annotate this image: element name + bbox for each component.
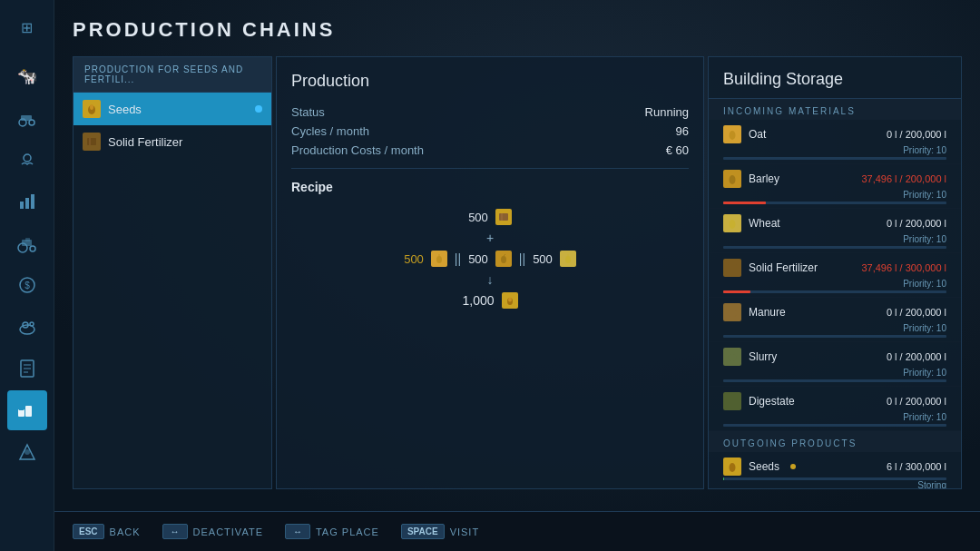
manure-icon (723, 303, 741, 321)
wheat-icon (723, 214, 741, 232)
slurry-progress (723, 379, 946, 382)
digestate-priority: Priority: 10 (723, 412, 946, 422)
oat-progress (723, 157, 946, 160)
storage-panel: Building Storage INCOMING MATERIALS Oat … (708, 56, 962, 489)
svg-point-46 (730, 463, 736, 472)
svg-point-8 (30, 246, 35, 251)
slurry-priority: Priority: 10 (723, 368, 946, 378)
solid-fert-name: Solid Fertilizer (749, 261, 818, 274)
recipe-row-234: 500 || 500 || 500 (404, 251, 576, 267)
costs-value: € 60 (666, 143, 689, 157)
esc-label: BACK (110, 526, 141, 537)
svg-point-35 (565, 256, 571, 263)
oat-left: Oat (723, 125, 766, 143)
svg-point-33 (501, 256, 506, 263)
slurry-row: Slurry 0 l / 200,000 l (723, 348, 946, 366)
content-grid: PRODUCTION FOR SEEDS AND FERTILI... Seed… (73, 56, 962, 489)
sidebar: ⊞ 🐄 $ (0, 0, 54, 551)
svg-rect-21 (25, 406, 32, 417)
svg-point-15 (30, 322, 34, 326)
svg-rect-27 (87, 138, 96, 145)
sidebar-item-production[interactable] (7, 390, 47, 430)
recipe-area: 500 + 500 || 500 (291, 209, 689, 309)
production-item-fertilizer[interactable]: Solid Fertilizer (74, 125, 271, 158)
top-icon: ⊞ (7, 7, 47, 47)
input4-icon (560, 251, 576, 267)
visit-label: VISIT (450, 526, 480, 537)
out-seeds-status: Storing (723, 480, 946, 489)
svg-rect-22 (19, 408, 24, 410)
fertilizer-item-name: Solid Fertilizer (108, 135, 262, 149)
sidebar-item-map2[interactable] (7, 432, 47, 472)
production-item-seeds[interactable]: Seeds (74, 93, 271, 125)
hotkey-deactivate[interactable]: ↔ DEACTIVATE (162, 524, 263, 539)
storage-item-oat: Oat 0 l / 200,000 l Priority: 10 (709, 120, 961, 164)
manure-priority: Priority: 10 (723, 323, 946, 333)
solid-fert-left: Solid Fertilizer (723, 259, 818, 277)
output-icon (502, 292, 518, 309)
svg-text:$: $ (24, 280, 30, 290)
solid-fert-row: Solid Fertilizer 37,496 l / 300,000 l (723, 259, 946, 277)
solid-fert-progress (723, 290, 946, 293)
svg-point-3 (24, 154, 31, 162)
input1-icon (495, 209, 512, 225)
costs-row: Production Costs / month € 60 (291, 143, 689, 157)
svg-point-31 (436, 256, 442, 263)
deactivate-label: DEACTIVATE (193, 526, 263, 537)
tag-label: TAG PLACE (316, 526, 379, 537)
wheat-row: Wheat 0 l / 200,000 l (723, 214, 946, 232)
out-seeds-row: Seeds 6 l / 300,000 l (723, 458, 946, 476)
oat-row: Oat 0 l / 200,000 l (723, 125, 946, 143)
wheat-name: Wheat (749, 217, 780, 230)
sidebar-item-weather[interactable] (7, 140, 47, 180)
outgoing-header: OUTGOING PRODUCTS (709, 431, 961, 452)
sidebar-item-farm[interactable]: 🐄 (7, 56, 47, 96)
status-row: Status Running (291, 105, 689, 119)
oat-name: Oat (749, 128, 766, 141)
wheat-progress (723, 246, 946, 249)
sep2: || (519, 251, 525, 266)
hotkey-visit[interactable]: SPACE VISIT (401, 524, 479, 539)
sidebar-item-vehicle[interactable] (7, 98, 47, 138)
manure-row: Manure 0 l / 200,000 l (723, 303, 946, 321)
storage-outgoing-seeds: Seeds 6 l / 300,000 l Storing (709, 452, 961, 489)
seeds-active-dot (255, 105, 262, 113)
digestate-progress (723, 424, 946, 427)
sidebar-item-stats[interactable] (7, 182, 47, 221)
wheat-priority: Priority: 10 (723, 234, 946, 244)
barley-left: Barley (723, 170, 779, 188)
svg-point-38 (508, 298, 512, 302)
production-panel-title: Production (291, 72, 689, 91)
input2-icon (431, 251, 447, 267)
digestate-name: Digestate (749, 395, 795, 408)
digestate-amount: 0 l / 200,000 l (887, 396, 946, 407)
recipe-title: Recipe (291, 180, 689, 194)
seeds-item-name: Seeds (108, 103, 248, 116)
divider-1 (291, 168, 689, 169)
recipe-plus: + (486, 231, 494, 245)
input3-amount: 500 (468, 252, 488, 266)
storage-title: Building Storage (709, 57, 961, 99)
fertilizer-icon (83, 133, 101, 151)
bottom-bar: ESC BACK ↔ DEACTIVATE ↔ TAG PLACE SPACE … (54, 511, 980, 551)
svg-rect-5 (25, 198, 29, 209)
hotkey-tag-place[interactable]: ↔ TAG PLACE (285, 524, 379, 539)
svg-point-44 (728, 355, 737, 361)
sidebar-item-contracts[interactable] (7, 349, 47, 389)
svg-rect-42 (728, 264, 737, 271)
barley-name: Barley (749, 172, 779, 185)
hotkey-esc[interactable]: ESC BACK (73, 524, 141, 539)
svg-rect-10 (25, 238, 30, 241)
production-list-header: PRODUCTION FOR SEEDS AND FERTILI... (74, 57, 271, 93)
slurry-icon (723, 348, 741, 366)
sidebar-item-tractor[interactable] (7, 223, 47, 263)
sep1: || (455, 251, 461, 266)
sidebar-item-money[interactable]: $ (7, 265, 47, 305)
storage-item-slurry: Slurry 0 l / 200,000 l Priority: 10 (709, 342, 961, 387)
production-detail-panel: Production Status Running Cycles / month… (276, 56, 704, 489)
barley-progress (723, 202, 946, 204)
svg-rect-2 (21, 115, 32, 121)
barley-row: Barley 37,496 l / 200,000 l (723, 170, 946, 188)
sidebar-item-animal[interactable] (7, 307, 47, 347)
wheat-left: Wheat (723, 214, 780, 232)
